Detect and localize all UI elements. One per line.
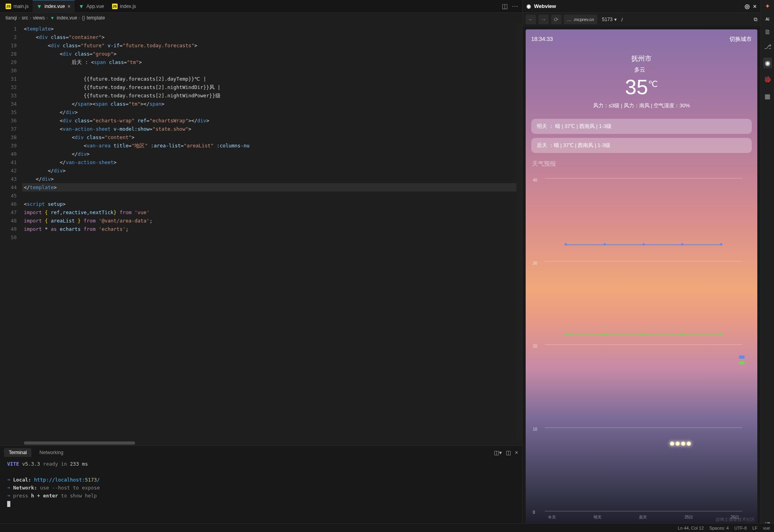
compass-icon[interactable]: ◎: [745, 3, 750, 10]
watermark: @稀土掘金技术社区: [716, 517, 755, 522]
ai-spark-icon[interactable]: ✦: [765, 2, 770, 10]
breadcrumb: tianqi› src› views› ▼ index.vue› {} temp…: [0, 13, 522, 23]
weather-label: 多云 ●: [531, 66, 752, 74]
crumb[interactable]: template: [87, 15, 105, 21]
vue-icon: ▼: [79, 4, 84, 9]
clock-label: 18:34:33: [531, 36, 553, 43]
terminal-tab[interactable]: Terminal: [4, 448, 31, 457]
crumb[interactable]: views: [33, 15, 45, 21]
preview-icon[interactable]: ◉: [763, 58, 772, 68]
minimap[interactable]: [517, 23, 522, 441]
grid-icon[interactable]: ▦: [764, 93, 770, 100]
decorative-lights: [670, 441, 691, 446]
ai-label: AI: [766, 17, 769, 21]
vue-icon: ▼: [50, 15, 55, 21]
status-bar: Ln 44, Col 12 Spaces: 4 UTF-8 LF vue: [0, 523, 774, 532]
close-icon[interactable]: ×: [67, 3, 70, 10]
h-scrollbar[interactable]: [0, 441, 522, 445]
back-button[interactable]: ←: [526, 15, 536, 24]
terminal-output[interactable]: VITE v5.3.3 ready in 233 ms ➜ Local: htt…: [0, 457, 522, 532]
tab-app-vue[interactable]: ▼App.vue: [75, 0, 108, 12]
forecast-chart: 403020100 今天明天后天25日26日: [545, 175, 742, 522]
legend-low: [739, 361, 745, 364]
crumb[interactable]: tianqi: [6, 15, 17, 21]
weather-sub: 风力：≤3级 | 风力：南风 | 空气湿度：30%: [531, 102, 752, 109]
legend-high: [739, 356, 745, 359]
js-icon: JS: [112, 4, 118, 9]
vue-icon: ▼: [37, 4, 42, 9]
panel-split-icon[interactable]: ◫▾: [494, 449, 502, 456]
editor-tabs: JSmain.js ▼index.vue× ▼App.vue JSindex.j…: [0, 0, 522, 13]
networking-tab[interactable]: Networking: [35, 448, 68, 457]
lang-status[interactable]: vue: [763, 526, 770, 530]
reload-button[interactable]: ⟳: [551, 15, 561, 24]
chevron-down-icon: ▾: [614, 17, 617, 22]
panel-layout-icon[interactable]: ◫: [506, 449, 511, 456]
tab-main-js[interactable]: JSmain.js: [2, 0, 33, 12]
temperature-label: 35℃: [531, 75, 752, 99]
close-icon[interactable]: ×: [753, 3, 757, 10]
path-input[interactable]: /: [621, 17, 623, 23]
tab-index-js[interactable]: JSindex.js: [108, 0, 140, 12]
eye-icon: ◉: [526, 3, 531, 9]
forecast-section-title: 天气预报: [532, 160, 751, 168]
crumb[interactable]: src: [22, 15, 28, 21]
forward-button[interactable]: →: [538, 15, 549, 24]
city-label: 抚州市: [531, 54, 752, 63]
file-icon[interactable]: 🗎: [764, 29, 771, 36]
branch-icon[interactable]: ⎇: [764, 43, 771, 50]
forecast-card-day-after[interactable]: 后天 ：晴 | 37℃ | 西南风 | 1-3级: [531, 138, 752, 153]
cursor-position[interactable]: Ln 44, Col 12: [678, 526, 704, 530]
encoding-status[interactable]: UTF-8: [734, 526, 747, 530]
eol-status[interactable]: LF: [752, 526, 757, 530]
forecast-card-tomorrow[interactable]: 明天 ： 晴 | 37℃ | 西南风 | 1-3级: [531, 119, 752, 134]
app-preview: 18:34:33 切换城市 抚州市 多云 ● 35℃ 风力：≤3级 | 风力：南…: [526, 29, 757, 529]
indent-status[interactable]: Spaces: 4: [709, 526, 729, 530]
switch-city-button[interactable]: 切换城市: [729, 36, 752, 43]
bug-icon[interactable]: 🐞: [764, 75, 772, 83]
tab-index-vue[interactable]: ▼index.vue×: [33, 0, 75, 12]
terminal-cursor: [7, 501, 10, 507]
more-icon[interactable]: ⋯: [512, 2, 518, 10]
js-icon: JS: [6, 4, 11, 9]
webview-title: Webview: [534, 3, 556, 9]
open-external-icon[interactable]: ⧉: [754, 16, 757, 23]
panel-close-icon[interactable]: ×: [515, 449, 518, 456]
split-editor-icon[interactable]: ◫: [502, 2, 508, 10]
crumb[interactable]: index.vue: [57, 15, 77, 21]
code-editor[interactable]: 1219282930313233343536373839404142434445…: [0, 23, 522, 441]
address-host[interactable]: … .mcprev.cn: [564, 15, 597, 24]
port-select[interactable]: 5173 ▾: [600, 17, 619, 22]
